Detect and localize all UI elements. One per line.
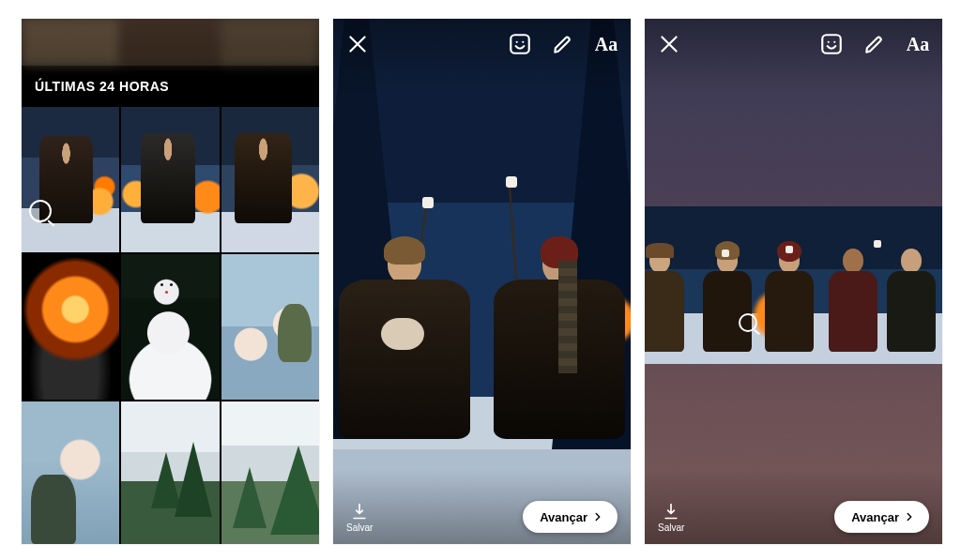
editor-bottombar: Salvar Avançar xyxy=(333,490,631,544)
magnify-icon xyxy=(29,200,52,222)
photo-thumb[interactable] xyxy=(221,254,319,400)
editor-bottombar: Salvar Avançar xyxy=(645,490,942,544)
recent-strip xyxy=(22,19,319,66)
next-button[interactable]: Avançar xyxy=(523,501,618,533)
draw-icon[interactable] xyxy=(862,31,888,57)
story-editor-portrait: Aa Salvar Avançar xyxy=(333,19,631,544)
photo-thumb[interactable] xyxy=(22,254,119,400)
gallery-picker-screen: ÚLTIMAS 24 HORAS xyxy=(22,19,319,544)
recent-blur xyxy=(22,19,319,66)
photo-grid xyxy=(22,107,319,544)
photo-thumb[interactable] xyxy=(221,401,319,544)
next-label: Avançar xyxy=(851,510,899,524)
save-label: Salvar xyxy=(658,522,684,533)
editor-topbar: Aa xyxy=(333,19,631,69)
photo-thumb[interactable] xyxy=(22,107,119,252)
photo-thumb[interactable] xyxy=(121,254,219,400)
photo-thumb[interactable] xyxy=(221,107,319,252)
save-button[interactable]: Salvar xyxy=(346,502,373,533)
text-tool-icon[interactable]: Aa xyxy=(593,31,619,57)
next-button[interactable]: Avançar xyxy=(834,501,929,533)
magnify-icon xyxy=(739,313,757,332)
svg-rect-0 xyxy=(511,35,529,53)
text-tool-icon[interactable]: Aa xyxy=(905,31,931,57)
svg-point-5 xyxy=(833,41,835,43)
photo-thumb[interactable] xyxy=(121,401,219,544)
story-canvas[interactable] xyxy=(645,19,942,544)
close-icon[interactable] xyxy=(656,31,682,57)
landscape-photo xyxy=(645,206,942,364)
sticker-icon[interactable] xyxy=(818,31,845,57)
svg-point-2 xyxy=(522,41,524,43)
chevron-right-icon xyxy=(591,510,604,523)
svg-point-1 xyxy=(516,41,518,43)
editor-topbar: Aa xyxy=(645,19,942,69)
story-canvas[interactable] xyxy=(333,19,631,544)
next-label: Avançar xyxy=(540,510,587,524)
photo-thumb[interactable] xyxy=(22,401,119,544)
save-button[interactable]: Salvar xyxy=(658,502,684,533)
svg-rect-3 xyxy=(822,35,841,53)
photo-thumb[interactable] xyxy=(121,107,219,252)
chevron-right-icon xyxy=(903,510,916,523)
svg-point-4 xyxy=(828,41,830,43)
close-icon[interactable] xyxy=(344,31,371,57)
story-editor-landscape: Aa Salvar Avançar xyxy=(645,19,942,544)
sticker-icon[interactable] xyxy=(507,31,533,57)
section-title: ÚLTIMAS 24 HORAS xyxy=(35,79,169,94)
draw-icon[interactable] xyxy=(550,31,576,57)
save-label: Salvar xyxy=(346,522,373,533)
